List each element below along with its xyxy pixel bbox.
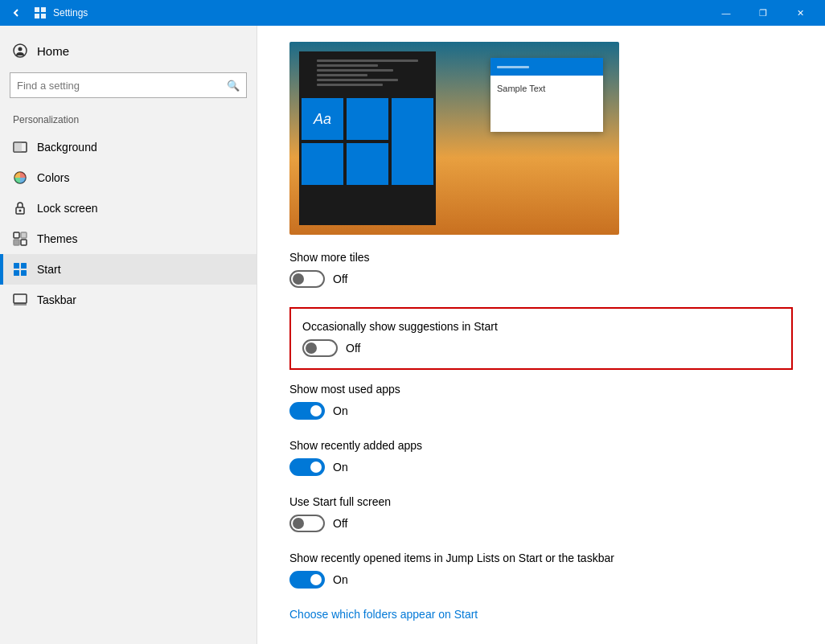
full-screen-toggle-row: Off <box>289 515 793 532</box>
main-content: Aa Sample Text <box>257 26 825 644</box>
svg-rect-19 <box>14 294 27 303</box>
svg-rect-1 <box>41 7 46 12</box>
svg-rect-16 <box>21 263 27 269</box>
sidebar-item-start[interactable]: Start <box>0 254 257 285</box>
svg-rect-3 <box>41 14 46 18</box>
recently-added-apps-value: On <box>333 461 348 474</box>
back-button[interactable] <box>6 3 26 23</box>
full-screen-toggle[interactable] <box>289 515 325 532</box>
window-title: Settings <box>53 7 708 18</box>
sidebar-label-themes: Themes <box>37 232 78 245</box>
most-used-apps-toggle[interactable] <box>289 402 325 420</box>
show-more-tiles-value: Off <box>333 273 347 285</box>
titlebar: Settings — ❐ ✕ <box>0 0 825 26</box>
show-more-tiles-toggle[interactable] <box>289 270 325 288</box>
jump-lists-value: On <box>333 573 348 586</box>
preview-line-2 <box>317 64 378 67</box>
suggestions-toggle[interactable] <box>302 339 338 357</box>
sidebar-item-background[interactable]: Background <box>0 132 257 162</box>
most-used-apps-toggle-row: On <box>289 402 793 420</box>
svg-point-5 <box>18 47 23 51</box>
jump-lists-toggle-row: On <box>289 571 793 589</box>
preview-tile-4 <box>302 143 343 185</box>
app-body: Home 🔍 Personalization Background <box>0 26 825 644</box>
preview-lines <box>317 59 418 88</box>
recently-added-apps-thumb <box>310 461 322 473</box>
most-used-apps-thumb <box>310 405 322 416</box>
preview-line-5 <box>317 79 398 81</box>
preview-line-3 <box>317 69 393 72</box>
preview-dialog: Sample Text <box>490 58 603 132</box>
preview-background: Aa Sample Text <box>289 42 619 235</box>
svg-rect-11 <box>14 232 19 238</box>
suggestions-label: Occasionally show suggestions in Start <box>302 320 780 333</box>
preview-dialog-bar <box>497 66 529 68</box>
sidebar-label-lock-screen: Lock screen <box>37 202 97 215</box>
svg-rect-0 <box>35 7 39 12</box>
jump-lists-toggle[interactable] <box>289 571 325 589</box>
setting-most-used-apps: Show most used apps On <box>289 383 793 420</box>
svg-rect-12 <box>21 232 27 238</box>
show-more-tiles-label: Show more tiles <box>289 251 793 264</box>
full-screen-label: Use Start full screen <box>289 495 793 508</box>
svg-rect-13 <box>14 240 19 245</box>
sidebar: Home 🔍 Personalization Background <box>0 26 257 644</box>
sidebar-item-themes[interactable]: Themes <box>0 224 257 254</box>
suggestions-value: Off <box>346 342 360 355</box>
recently-added-apps-toggle-row: On <box>289 458 793 476</box>
jump-lists-thumb <box>310 574 322 585</box>
sidebar-item-taskbar[interactable]: Taskbar <box>0 285 257 315</box>
sidebar-label-background: Background <box>37 141 97 154</box>
recently-added-apps-label: Show recently added apps <box>289 439 793 452</box>
folders-link[interactable]: Choose which folders appear on Start <box>289 608 793 621</box>
show-more-tiles-toggle-row: Off <box>289 270 793 288</box>
suggestions-toggle-row: Off <box>302 339 780 357</box>
preview-line-1 <box>317 59 418 62</box>
jump-lists-label: Show recently opened items in Jump Lists… <box>289 552 793 564</box>
start-icon <box>13 262 27 277</box>
most-used-apps-label: Show most used apps <box>289 383 793 396</box>
svg-rect-7 <box>14 142 22 152</box>
suggestions-setting-highlighted: Occasionally show suggestions in Start O… <box>289 307 793 370</box>
lock-icon <box>13 201 27 215</box>
preview-container: Aa Sample Text <box>289 42 619 235</box>
home-label: Home <box>37 44 69 58</box>
preview-line-6 <box>317 84 383 86</box>
preview-tile-2 <box>347 98 388 140</box>
svg-rect-17 <box>14 270 19 276</box>
preview-line-4 <box>317 74 367 76</box>
suggestions-thumb <box>306 343 317 354</box>
maximize-button[interactable]: ❐ <box>745 0 782 26</box>
svg-rect-15 <box>14 263 19 269</box>
svg-rect-18 <box>21 270 27 276</box>
sidebar-item-colors[interactable]: Colors <box>0 162 257 193</box>
section-label: Personalization <box>0 111 257 132</box>
sidebar-label-start: Start <box>37 263 61 276</box>
sidebar-label-colors: Colors <box>37 171 69 184</box>
svg-rect-2 <box>35 14 39 18</box>
sidebar-label-taskbar: Taskbar <box>37 293 76 306</box>
preview-start-panel: Aa <box>299 51 436 225</box>
preview-tile-aa: Aa <box>302 98 343 140</box>
sidebar-item-lock-screen[interactable]: Lock screen <box>0 193 257 224</box>
full-screen-value: Off <box>333 517 347 530</box>
svg-rect-20 <box>14 303 27 306</box>
most-used-apps-value: On <box>333 404 348 417</box>
colors-icon <box>13 170 27 185</box>
preview-tile-3 <box>392 98 433 185</box>
setting-recently-added-apps: Show recently added apps On <box>289 439 793 476</box>
setting-full-screen: Use Start full screen Off <box>289 495 793 532</box>
close-button[interactable]: ✕ <box>782 0 819 26</box>
minimize-button[interactable]: — <box>708 0 745 26</box>
taskbar-icon <box>13 293 27 307</box>
search-input[interactable] <box>17 80 227 92</box>
preview-tile-5 <box>347 143 388 185</box>
home-icon <box>13 43 27 58</box>
search-box[interactable]: 🔍 <box>10 72 247 98</box>
themes-icon <box>13 232 27 246</box>
svg-rect-14 <box>21 240 27 245</box>
sidebar-home-button[interactable]: Home <box>0 35 257 66</box>
preview-sample-text: Sample Text <box>497 84 545 93</box>
recently-added-apps-toggle[interactable] <box>289 458 325 476</box>
main-panel: Aa Sample Text <box>257 26 825 644</box>
